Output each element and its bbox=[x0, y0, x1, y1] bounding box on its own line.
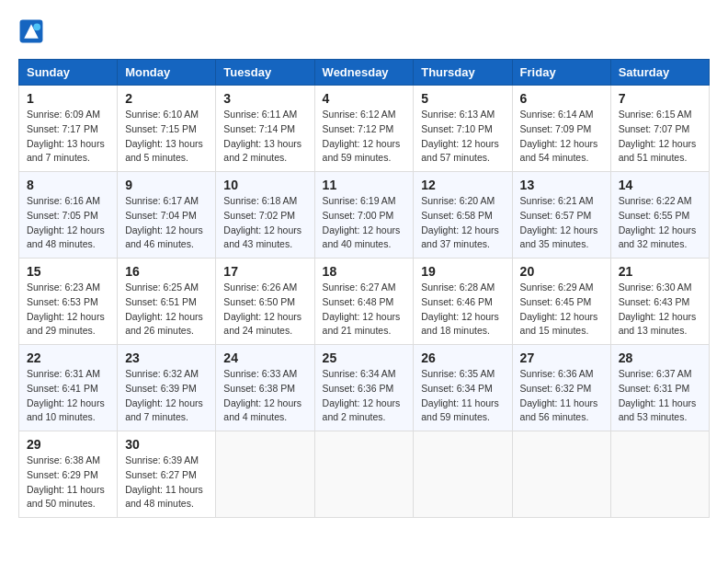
calendar-cell bbox=[414, 431, 512, 518]
calendar-cell: 25Sunrise: 6:34 AM Sunset: 6:36 PM Dayli… bbox=[314, 345, 414, 431]
calendar-cell: 21Sunrise: 6:30 AM Sunset: 6:43 PM Dayli… bbox=[610, 259, 709, 345]
day-info: Sunrise: 6:10 AM Sunset: 7:15 PM Dayligh… bbox=[125, 108, 208, 166]
calendar-cell: 27Sunrise: 6:36 AM Sunset: 6:32 PM Dayli… bbox=[512, 345, 610, 431]
day-info: Sunrise: 6:33 AM Sunset: 6:38 PM Dayligh… bbox=[223, 367, 306, 425]
day-number: 18 bbox=[323, 264, 406, 279]
day-info: Sunrise: 6:31 AM Sunset: 6:41 PM Dayligh… bbox=[27, 367, 109, 425]
day-number: 28 bbox=[619, 350, 701, 365]
logo bbox=[18, 18, 48, 44]
calendar-cell: 29Sunrise: 6:38 AM Sunset: 6:29 PM Dayli… bbox=[19, 431, 118, 518]
calendar-cell: 20Sunrise: 6:29 AM Sunset: 6:45 PM Dayli… bbox=[512, 259, 610, 345]
header-monday: Monday bbox=[118, 60, 216, 86]
day-info: Sunrise: 6:21 AM Sunset: 6:57 PM Dayligh… bbox=[520, 194, 603, 252]
calendar-cell: 15Sunrise: 6:23 AM Sunset: 6:53 PM Dayli… bbox=[19, 259, 118, 345]
day-info: Sunrise: 6:35 AM Sunset: 6:34 PM Dayligh… bbox=[421, 367, 504, 425]
header-wednesday: Wednesday bbox=[314, 60, 414, 86]
day-number: 15 bbox=[27, 264, 109, 279]
day-number: 3 bbox=[223, 91, 306, 106]
calendar-cell: 9Sunrise: 6:17 AM Sunset: 7:04 PM Daylig… bbox=[118, 172, 216, 259]
day-info: Sunrise: 6:26 AM Sunset: 6:50 PM Dayligh… bbox=[223, 281, 306, 339]
day-number: 17 bbox=[223, 264, 306, 279]
day-number: 1 bbox=[27, 91, 109, 106]
calendar-week-row: 1Sunrise: 6:09 AM Sunset: 7:17 PM Daylig… bbox=[19, 86, 710, 172]
day-number: 10 bbox=[223, 178, 306, 192]
day-info: Sunrise: 6:11 AM Sunset: 7:14 PM Dayligh… bbox=[223, 108, 306, 166]
day-info: Sunrise: 6:36 AM Sunset: 6:32 PM Dayligh… bbox=[520, 367, 603, 425]
calendar-cell: 4Sunrise: 6:12 AM Sunset: 7:12 PM Daylig… bbox=[314, 86, 414, 172]
day-info: Sunrise: 6:15 AM Sunset: 7:07 PM Dayligh… bbox=[619, 108, 701, 166]
calendar-cell: 10Sunrise: 6:18 AM Sunset: 7:02 PM Dayli… bbox=[216, 172, 314, 259]
day-info: Sunrise: 6:23 AM Sunset: 6:53 PM Dayligh… bbox=[27, 281, 109, 339]
calendar-cell: 30Sunrise: 6:39 AM Sunset: 6:27 PM Dayli… bbox=[118, 431, 216, 518]
day-number: 20 bbox=[520, 264, 603, 279]
header-thursday: Thursday bbox=[414, 60, 512, 86]
day-info: Sunrise: 6:13 AM Sunset: 7:10 PM Dayligh… bbox=[421, 108, 504, 166]
day-number: 26 bbox=[421, 350, 504, 365]
day-info: Sunrise: 6:17 AM Sunset: 7:04 PM Dayligh… bbox=[125, 194, 208, 252]
day-info: Sunrise: 6:27 AM Sunset: 6:48 PM Dayligh… bbox=[323, 281, 406, 339]
calendar-week-row: 22Sunrise: 6:31 AM Sunset: 6:41 PM Dayli… bbox=[19, 345, 710, 431]
day-info: Sunrise: 6:09 AM Sunset: 7:17 PM Dayligh… bbox=[27, 108, 109, 166]
calendar-cell: 7Sunrise: 6:15 AM Sunset: 7:07 PM Daylig… bbox=[610, 86, 709, 172]
calendar-cell: 14Sunrise: 6:22 AM Sunset: 6:55 PM Dayli… bbox=[610, 172, 709, 259]
day-number: 12 bbox=[421, 178, 504, 192]
calendar-cell: 22Sunrise: 6:31 AM Sunset: 6:41 PM Dayli… bbox=[19, 345, 118, 431]
header-sunday: Sunday bbox=[19, 60, 118, 86]
day-number: 13 bbox=[520, 178, 603, 192]
day-number: 23 bbox=[125, 350, 208, 365]
calendar-cell: 18Sunrise: 6:27 AM Sunset: 6:48 PM Dayli… bbox=[314, 259, 414, 345]
day-number: 21 bbox=[619, 264, 701, 279]
day-info: Sunrise: 6:25 AM Sunset: 6:51 PM Dayligh… bbox=[125, 281, 208, 339]
day-info: Sunrise: 6:18 AM Sunset: 7:02 PM Dayligh… bbox=[223, 194, 306, 252]
calendar-cell bbox=[610, 431, 709, 518]
day-info: Sunrise: 6:29 AM Sunset: 6:45 PM Dayligh… bbox=[520, 281, 603, 339]
calendar-cell: 11Sunrise: 6:19 AM Sunset: 7:00 PM Dayli… bbox=[314, 172, 414, 259]
calendar-cell: 26Sunrise: 6:35 AM Sunset: 6:34 PM Dayli… bbox=[414, 345, 512, 431]
day-number: 19 bbox=[421, 264, 504, 279]
calendar-cell: 23Sunrise: 6:32 AM Sunset: 6:39 PM Dayli… bbox=[118, 345, 216, 431]
calendar-cell: 16Sunrise: 6:25 AM Sunset: 6:51 PM Dayli… bbox=[118, 259, 216, 345]
day-number: 2 bbox=[125, 91, 208, 106]
calendar-cell: 3Sunrise: 6:11 AM Sunset: 7:14 PM Daylig… bbox=[216, 86, 314, 172]
calendar-cell: 19Sunrise: 6:28 AM Sunset: 6:46 PM Dayli… bbox=[414, 259, 512, 345]
day-info: Sunrise: 6:32 AM Sunset: 6:39 PM Dayligh… bbox=[125, 367, 208, 425]
calendar-week-row: 8Sunrise: 6:16 AM Sunset: 7:05 PM Daylig… bbox=[19, 172, 710, 259]
day-number: 25 bbox=[323, 350, 406, 365]
calendar-cell: 8Sunrise: 6:16 AM Sunset: 7:05 PM Daylig… bbox=[19, 172, 118, 259]
day-info: Sunrise: 6:22 AM Sunset: 6:55 PM Dayligh… bbox=[619, 194, 701, 252]
day-number: 9 bbox=[125, 178, 208, 192]
calendar-week-row: 29Sunrise: 6:38 AM Sunset: 6:29 PM Dayli… bbox=[19, 431, 710, 518]
calendar-cell: 1Sunrise: 6:09 AM Sunset: 7:17 PM Daylig… bbox=[19, 86, 118, 172]
calendar-week-row: 15Sunrise: 6:23 AM Sunset: 6:53 PM Dayli… bbox=[19, 259, 710, 345]
day-number: 4 bbox=[323, 91, 406, 106]
day-info: Sunrise: 6:12 AM Sunset: 7:12 PM Dayligh… bbox=[323, 108, 406, 166]
day-number: 11 bbox=[323, 178, 406, 192]
day-number: 7 bbox=[619, 91, 701, 106]
day-number: 14 bbox=[619, 178, 701, 192]
day-info: Sunrise: 6:28 AM Sunset: 6:46 PM Dayligh… bbox=[421, 281, 504, 339]
svg-point-2 bbox=[33, 23, 40, 30]
calendar-cell bbox=[314, 431, 414, 518]
day-info: Sunrise: 6:38 AM Sunset: 6:29 PM Dayligh… bbox=[27, 454, 109, 511]
calendar-cell bbox=[512, 431, 610, 518]
day-number: 8 bbox=[27, 178, 109, 192]
day-info: Sunrise: 6:19 AM Sunset: 7:00 PM Dayligh… bbox=[323, 194, 406, 252]
header-tuesday: Tuesday bbox=[216, 60, 314, 86]
calendar-cell: 12Sunrise: 6:20 AM Sunset: 6:58 PM Dayli… bbox=[414, 172, 512, 259]
day-info: Sunrise: 6:39 AM Sunset: 6:27 PM Dayligh… bbox=[125, 454, 208, 511]
day-number: 27 bbox=[520, 350, 603, 365]
day-number: 22 bbox=[27, 350, 109, 365]
day-info: Sunrise: 6:34 AM Sunset: 6:36 PM Dayligh… bbox=[323, 367, 406, 425]
day-info: Sunrise: 6:20 AM Sunset: 6:58 PM Dayligh… bbox=[421, 194, 504, 252]
header-saturday: Saturday bbox=[610, 60, 709, 86]
calendar-header-row: SundayMondayTuesdayWednesdayThursdayFrid… bbox=[19, 60, 710, 86]
day-number: 6 bbox=[520, 91, 603, 106]
calendar-cell: 17Sunrise: 6:26 AM Sunset: 6:50 PM Dayli… bbox=[216, 259, 314, 345]
day-info: Sunrise: 6:16 AM Sunset: 7:05 PM Dayligh… bbox=[27, 194, 109, 252]
calendar-cell: 2Sunrise: 6:10 AM Sunset: 7:15 PM Daylig… bbox=[118, 86, 216, 172]
header-friday: Friday bbox=[512, 60, 610, 86]
day-number: 30 bbox=[125, 437, 208, 452]
calendar-cell bbox=[216, 431, 314, 518]
page-header bbox=[18, 18, 710, 44]
day-number: 29 bbox=[27, 437, 109, 452]
